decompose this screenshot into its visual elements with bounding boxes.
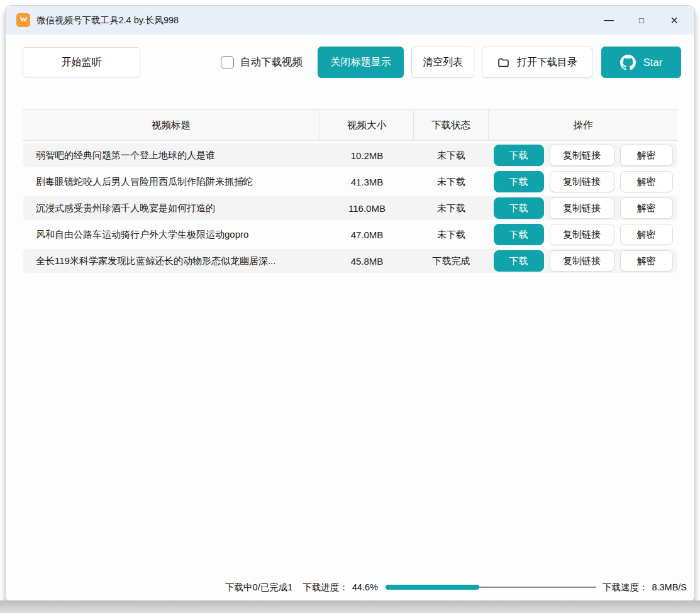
download-status: 下载完成 xyxy=(414,255,489,267)
speed-label: 下载速度： xyxy=(603,582,648,594)
decrypt-button[interactable]: 解密 xyxy=(620,250,673,272)
table-header: 视频标题 视频大小 下载状态 操作 xyxy=(23,109,677,141)
toolbar: 开始监听 自动下载视频 关闭标题显示 清空列表 打开下载目录 Star xyxy=(6,47,694,78)
wechat-channels-icon xyxy=(19,14,28,26)
video-title: 风和自由公路车运动骑行户外大学生极限运动gopro xyxy=(23,229,320,241)
decrypt-button[interactable]: 解密 xyxy=(620,197,673,219)
download-status: 未下载 xyxy=(414,176,489,188)
progress-value: 44.6% xyxy=(352,582,378,592)
download-button[interactable]: 下载 xyxy=(494,197,544,219)
maximize-button[interactable]: □ xyxy=(625,6,658,35)
decrypt-button[interactable]: 解密 xyxy=(620,171,673,192)
copy-link-button[interactable]: 复制链接 xyxy=(550,197,614,219)
auto-download-checkbox[interactable] xyxy=(221,56,234,69)
copy-link-button[interactable]: 复制链接 xyxy=(550,250,614,272)
download-button[interactable]: 下载 xyxy=(494,145,544,166)
decrypt-button[interactable]: 解密 xyxy=(620,145,673,166)
table-body: 弱智吧的经典问题第一个登上地球的人是谁 10.2MB 未下载 下载 复制链接 解… xyxy=(23,143,677,273)
download-button[interactable]: 下载 xyxy=(494,250,544,272)
video-title: 弱智吧的经典问题第一个登上地球的人是谁 xyxy=(23,150,320,162)
github-star-label: Star xyxy=(643,57,662,69)
video-title: 全长119米科学家发现比蓝鲸还长的动物形态似龙幽居深... xyxy=(23,255,320,267)
video-title: 剧毒眼镜蛇咬人后男人冒险用西瓜制作陷阱来抓捕蛇 xyxy=(23,176,320,188)
header-video-title: 视频标题 xyxy=(23,110,320,140)
title-bar: 微信视频号下载工具2.4 by.长风998 — □ × xyxy=(6,6,694,35)
close-button[interactable]: × xyxy=(658,6,691,35)
row-actions: 下载 复制链接 解密 xyxy=(489,145,677,166)
copy-link-button[interactable]: 复制链接 xyxy=(550,145,614,166)
copy-link-button[interactable]: 复制链接 xyxy=(550,224,614,245)
github-icon xyxy=(620,55,636,70)
app-icon xyxy=(16,13,30,27)
window-title: 微信视频号下载工具2.4 by.长风998 xyxy=(36,14,179,26)
download-button[interactable]: 下载 xyxy=(494,171,544,192)
table-row: 风和自由公路车运动骑行户外大学生极限运动gopro 47.0MB 未下载 下载 … xyxy=(23,223,677,246)
download-button[interactable]: 下载 xyxy=(494,224,544,245)
video-table: 视频标题 视频大小 下载状态 操作 弱智吧的经典问题第一个登上地球的人是谁 10… xyxy=(23,109,677,275)
copy-link-button[interactable]: 复制链接 xyxy=(550,171,614,192)
table-row: 弱智吧的经典问题第一个登上地球的人是谁 10.2MB 未下载 下载 复制链接 解… xyxy=(23,143,677,167)
table-row: 剧毒眼镜蛇咬人后男人冒险用西瓜制作陷阱来抓捕蛇 41.3MB 未下载 下载 复制… xyxy=(23,170,677,194)
app-window: 微信视频号下载工具2.4 by.长风998 — □ × 开始监听 自动下载视频 … xyxy=(5,5,695,602)
row-actions: 下载 复制链接 解密 xyxy=(489,197,677,219)
table-row: 全长119米科学家发现比蓝鲸还长的动物形态似龙幽居深... 45.8MB 下载完… xyxy=(23,249,677,273)
row-actions: 下载 复制链接 解密 xyxy=(489,224,677,245)
decrypt-button[interactable]: 解密 xyxy=(620,224,673,245)
header-actions: 操作 xyxy=(489,110,677,140)
video-size: 47.0MB xyxy=(320,229,414,240)
download-status: 未下载 xyxy=(414,229,489,241)
status-bar: 下载中0/已完成1 下载进度： 44.6% 下载速度： 8.3MB/S xyxy=(6,577,694,602)
video-size: 10.2MB xyxy=(320,150,414,161)
start-listen-button[interactable]: 开始监听 xyxy=(23,47,140,77)
video-title: 沉浸式感受贵州珍酒千人晚宴是如何打造的 xyxy=(23,202,320,214)
table-row: 沉浸式感受贵州珍酒千人晚宴是如何打造的 116.0MB 未下载 下载 复制链接 … xyxy=(23,196,677,220)
folder-icon xyxy=(497,56,510,69)
progress-fill xyxy=(386,585,479,590)
open-download-dir-label: 打开下载目录 xyxy=(517,56,577,69)
row-actions: 下载 复制链接 解密 xyxy=(489,171,677,192)
auto-download-group[interactable]: 自动下载视频 xyxy=(221,55,303,69)
clear-list-button[interactable]: 清空列表 xyxy=(411,47,474,78)
open-download-dir-button[interactable]: 打开下载目录 xyxy=(482,47,592,78)
download-counts: 下载中0/已完成1 xyxy=(225,582,292,594)
close-title-display-button[interactable]: 关闭标题显示 xyxy=(318,47,404,78)
video-size: 45.8MB xyxy=(320,256,414,267)
window-controls: — □ × xyxy=(592,6,694,35)
video-size: 116.0MB xyxy=(320,203,414,214)
window-drop-shadow xyxy=(0,600,700,613)
header-download-status: 下载状态 xyxy=(414,110,489,140)
download-status: 未下载 xyxy=(414,150,489,162)
download-status: 未下载 xyxy=(414,202,489,214)
progress-bar xyxy=(386,585,596,590)
minimize-button[interactable]: — xyxy=(592,6,625,35)
speed-value: 8.3MB/S xyxy=(652,582,687,592)
row-actions: 下载 复制链接 解密 xyxy=(489,250,677,272)
header-video-size: 视频大小 xyxy=(320,110,414,140)
auto-download-label: 自动下载视频 xyxy=(240,55,303,69)
video-size: 41.3MB xyxy=(320,177,414,187)
progress-label: 下载进度： xyxy=(303,582,348,594)
github-star-button[interactable]: Star xyxy=(601,47,681,78)
